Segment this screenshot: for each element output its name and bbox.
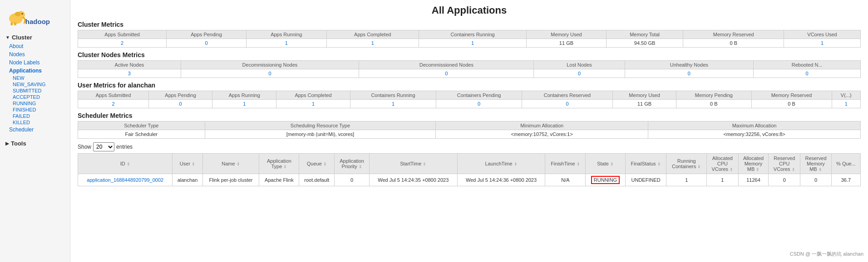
- cnm-val-1: 0: [181, 69, 359, 78]
- page-title: All Applications: [78, 5, 861, 16]
- um-val-0: 2: [78, 100, 149, 108]
- cluster-nodes-metrics-title: Cluster Nodes Metrics: [78, 51, 861, 58]
- app-res-cpu: 0: [769, 174, 800, 186]
- apptype-sort-icon: ⇕: [283, 165, 287, 169]
- id-sort-icon: ⇕: [127, 162, 130, 166]
- at-header-res-mem: ReservedMemoryMB ⇕: [800, 154, 832, 174]
- sm-header-0: Scheduler Type: [78, 121, 205, 130]
- at-header-finishtime: FinishTime ⇕: [545, 154, 586, 174]
- cnm-val-2: 0: [359, 69, 534, 78]
- hadoop-logo: hadoop: [5, 7, 50, 25]
- app-user: alanchan: [173, 174, 202, 186]
- cm-val-2: 1: [246, 39, 326, 48]
- app-starttime: Wed Jul 5 14:24:35 +0800 2023: [369, 174, 457, 186]
- cm-header-0: Apps Submitted: [78, 30, 167, 39]
- sm-header-3: Maximum Allocation: [648, 121, 861, 130]
- cm-header-7: Memory Reserved: [683, 30, 784, 39]
- sidebar-sub-submitted[interactable]: SUBMITTED: [4, 87, 66, 94]
- acpu-sort-icon: ⇕: [730, 167, 733, 172]
- sidebar-item-applications[interactable]: Applications: [4, 67, 66, 75]
- app-name: Flink per-job cluster: [202, 174, 259, 186]
- sidebar-sub-running[interactable]: RUNNING: [4, 100, 66, 107]
- sidebar-item-scheduler[interactable]: Scheduler: [4, 126, 66, 134]
- svg-point-3: [22, 13, 23, 14]
- table-controls: Show 10 20 50 100 entries: [78, 142, 861, 151]
- um-header-9: Memory Reserved: [751, 91, 832, 100]
- sidebar-sub-new[interactable]: NEW: [4, 75, 66, 81]
- app-finishtime: N/A: [545, 174, 586, 186]
- sidebar-sub-killed[interactable]: KILLED: [4, 119, 66, 126]
- sm-val-3: <memory:32256, vCores:8>: [648, 130, 861, 139]
- cm-val-4: 1: [419, 39, 526, 48]
- cluster-arrow-icon: ▼: [5, 35, 10, 40]
- sidebar-sub-finished[interactable]: FINISHED: [4, 107, 66, 113]
- cnm-val-5: 0: [754, 69, 861, 78]
- cm-val-7: 0 B: [683, 39, 784, 48]
- um-val-1: 0: [148, 100, 212, 108]
- cnm-val-3: 0: [534, 69, 625, 78]
- sidebar: hadoop ▼ Cluster About Nodes Node Labels…: [0, 0, 70, 262]
- cluster-nodes-metrics-table: Active Nodes Decommissioning Nodes Decom…: [78, 60, 861, 78]
- logo-container: hadoop: [0, 4, 70, 31]
- at-header-running-containers: RunningContainers ⇕: [666, 154, 707, 174]
- um-val-9: 0 B: [751, 100, 832, 108]
- cm-val-5: 11 GB: [527, 39, 606, 48]
- app-queue: root.default: [299, 174, 335, 186]
- sm-val-1: [memory-mb (unit=Mi), vcores]: [205, 130, 436, 139]
- entries-select[interactable]: 10 20 50 100: [93, 142, 114, 151]
- at-header-starttime: StartTime ⇕: [369, 154, 457, 174]
- um-header-6: Containers Reserved: [522, 91, 612, 100]
- cnm-val-0: 3: [78, 69, 181, 78]
- um-val-10: 1: [832, 100, 860, 108]
- um-header-2: Apps Running: [212, 91, 276, 100]
- apps-table: ID ⇕ User ⇕ Name ⇕ ApplicationType ⇕ Que…: [78, 153, 861, 186]
- cnm-val-4: 0: [625, 69, 754, 78]
- cluster-header[interactable]: ▼ Cluster: [4, 33, 66, 42]
- sm-val-2: <memory:10752, vCores:1>: [436, 130, 648, 139]
- at-header-launchtime: LaunchTime ⇕: [457, 154, 545, 174]
- um-val-2: 1: [212, 100, 276, 108]
- sidebar-item-nodes[interactable]: Nodes: [4, 50, 66, 58]
- tools-arrow-icon: ▶: [5, 141, 9, 146]
- sidebar-sub-new-saving[interactable]: NEW_SAVING: [4, 81, 66, 87]
- app-finalstatus: UNDEFINED: [625, 174, 666, 186]
- cm-val-8: 1: [784, 39, 861, 48]
- cluster-metrics-title: Cluster Metrics: [78, 21, 861, 28]
- app-id[interactable]: application_1688448920799_0002: [78, 174, 173, 186]
- at-header-pct-queue: % Que...: [831, 154, 860, 174]
- queue-sort-icon: ⇕: [323, 162, 327, 166]
- table-row: application_1688448920799_0002 alanchan …: [78, 174, 861, 186]
- cnm-header-3: Lost Nodes: [534, 61, 625, 69]
- sidebar-item-node-labels[interactable]: Node Labels: [4, 58, 66, 67]
- at-header-priority: ApplicationPriority ⇕: [335, 154, 370, 174]
- user-metrics-title: User Metrics for alanchan: [78, 82, 861, 89]
- sidebar-item-about[interactable]: About: [4, 42, 66, 50]
- um-header-0: Apps Submitted: [78, 91, 149, 100]
- tools-header[interactable]: ▶ Tools: [4, 137, 66, 148]
- um-header-3: Apps Completed: [276, 91, 350, 100]
- cm-val-1: 0: [167, 39, 247, 48]
- cm-header-4: Containers Running: [419, 30, 526, 39]
- cluster-section: ▼ Cluster About Nodes Node Labels Applic…: [0, 31, 70, 136]
- svg-rect-6: [14, 22, 16, 25]
- finalstatus-sort-icon: ⇕: [657, 162, 661, 166]
- svg-point-2: [22, 13, 23, 15]
- um-header-7: Memory Used: [613, 91, 676, 100]
- name-sort-icon: ⇕: [237, 162, 240, 166]
- main-content: All Applications Cluster Metrics Apps Su…: [70, 0, 868, 262]
- cm-val-6: 94.50 GB: [606, 39, 683, 48]
- um-header-5: Containers Pending: [436, 91, 522, 100]
- cm-val-3: 1: [326, 39, 419, 48]
- sidebar-sub-failed[interactable]: FAILED: [4, 113, 66, 119]
- watermark: CSDN @ 一飘一飘的坑 alanchan: [790, 251, 863, 257]
- sidebar-sub-accepted[interactable]: ACCEPTED: [4, 94, 66, 100]
- rc-sort-icon: ⇕: [697, 165, 701, 169]
- at-header-state: State ⇕: [586, 154, 626, 174]
- app-type: Apache Flink: [259, 174, 299, 186]
- um-val-7: 11 GB: [613, 100, 676, 108]
- sm-val-0: Fair Scheduler: [78, 130, 205, 139]
- rmem-sort-icon: ⇕: [819, 167, 822, 172]
- app-id-link[interactable]: application_1688448920799_0002: [87, 177, 163, 183]
- state-sort-icon: ⇕: [610, 162, 614, 166]
- app-launchtime: Wed Jul 5 14:24:36 +0800 2023: [457, 174, 545, 186]
